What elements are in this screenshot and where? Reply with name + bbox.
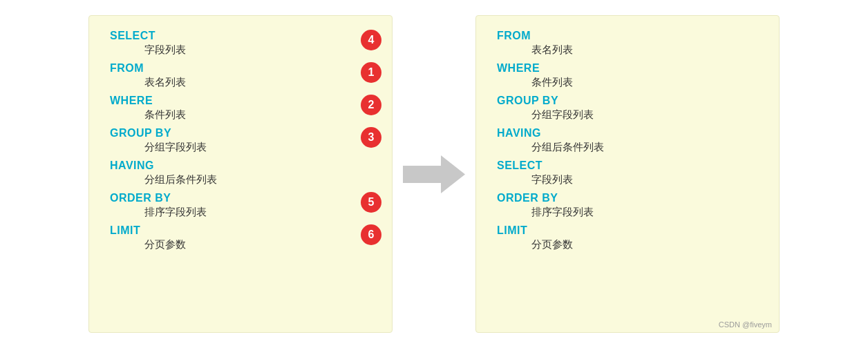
left-limit-keyword-row: LIMIT 6 [110,224,371,237]
right-limit-keyword-row: LIMIT [497,224,758,237]
left-having-sub: 分组后条件列表 [144,173,371,186]
right-select-keyword-row: SELECT [497,160,758,172]
left-orderby-sub: 排序字段列表 [144,206,371,219]
left-where-keyword-row: WHERE 2 [110,95,371,107]
right-orderby-keyword: ORDER BY [497,192,558,204]
left-from-sub: 表名列表 [144,76,371,89]
right-limit-sub: 分页参数 [531,238,758,251]
page-wrapper: SELECT 4 字段列表 FROM 1 表名列表 WHERE 2 条件列表 [0,0,868,348]
right-limit-keyword: LIMIT [497,224,527,237]
badge-3: 3 [361,127,381,148]
right-groupby-keyword-row: GROUP BY [497,95,758,107]
svg-marker-0 [403,155,465,193]
left-from-keyword-row: FROM 1 [110,62,371,75]
left-select-keyword-row: SELECT 4 [110,30,371,42]
left-from-keyword: FROM [110,62,144,75]
right-sql-box: FROM 表名列表 WHERE 条件列表 GROUP BY 分组字段列表 [475,15,780,333]
left-where-sub: 条件列表 [144,108,371,122]
right-select-sub: 字段列表 [531,173,758,186]
left-select-sub: 字段列表 [144,44,371,57]
left-having-keyword-row: HAVING [110,160,371,172]
badge-2: 2 [361,95,381,115]
badge-6: 6 [361,224,381,245]
right-select-keyword: SELECT [497,160,542,172]
left-limit-keyword: LIMIT [110,224,140,237]
right-from-keyword-row: FROM [497,30,758,42]
left-sql-box: SELECT 4 字段列表 FROM 1 表名列表 WHERE 2 条件列表 [88,15,393,333]
badge-5: 5 [361,192,381,213]
arrow-icon [403,155,465,193]
badge-4: 4 [361,30,381,50]
right-groupby-keyword: GROUP BY [497,95,558,107]
left-orderby-keyword-row: ORDER BY 5 [110,192,371,204]
left-limit-sub: 分页参数 [144,238,371,251]
left-having-keyword: HAVING [110,160,154,172]
left-groupby-sub: 分组字段列表 [144,141,371,154]
right-orderby-sub: 排序字段列表 [531,206,758,219]
watermark: CSDN @fiveym [719,320,772,329]
right-where-keyword: WHERE [497,62,540,75]
right-groupby-sub: 分组字段列表 [531,108,758,122]
left-groupby-keyword-row: GROUP BY 3 [110,127,371,139]
right-having-keyword-row: HAVING [497,127,758,139]
arrow-container [393,155,475,193]
right-from-keyword: FROM [497,30,531,42]
right-where-sub: 条件列表 [531,76,758,89]
left-select-keyword: SELECT [110,30,155,42]
right-where-keyword-row: WHERE [497,62,758,75]
left-groupby-keyword: GROUP BY [110,127,171,139]
right-orderby-keyword-row: ORDER BY [497,192,758,204]
right-from-sub: 表名列表 [531,44,758,57]
left-orderby-keyword: ORDER BY [110,192,171,204]
right-having-sub: 分组后条件列表 [531,141,758,154]
badge-1: 1 [361,62,381,83]
right-having-keyword: HAVING [497,127,541,139]
left-where-keyword: WHERE [110,95,153,107]
main-container: SELECT 4 字段列表 FROM 1 表名列表 WHERE 2 条件列表 [0,0,868,348]
